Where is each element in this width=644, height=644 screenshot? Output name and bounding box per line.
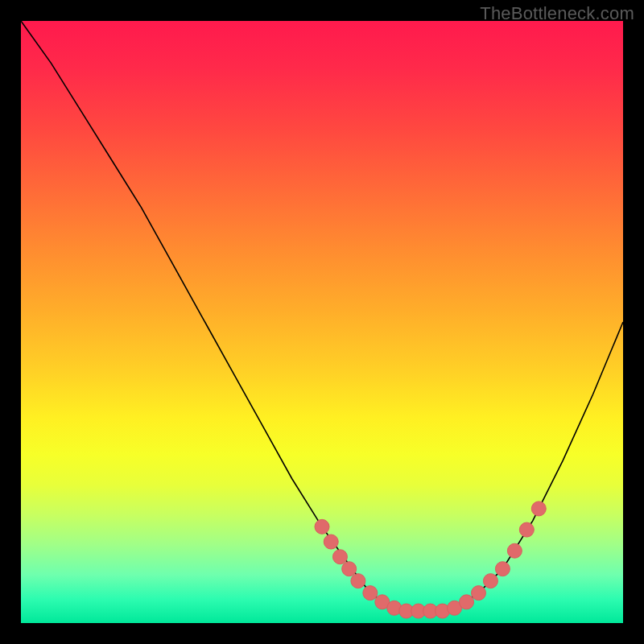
curve-marker (460, 595, 474, 609)
curve-marker (507, 543, 522, 558)
curve-marker (332, 550, 347, 564)
curve-marker (363, 586, 378, 601)
chart-frame: TheBottleneck.com (0, 0, 644, 644)
curve-marker (483, 574, 497, 588)
curve-marker (342, 562, 357, 576)
curve-marker (495, 562, 510, 576)
curve-marker (471, 586, 485, 601)
plot-area (21, 21, 623, 623)
curve-marker (315, 519, 329, 534)
watermark-text: TheBottleneck.com (480, 3, 634, 24)
curve-marker (531, 502, 546, 516)
curve-marker (351, 574, 365, 588)
curve-marker (324, 535, 338, 549)
chart-svg (21, 21, 623, 623)
curve-marker (519, 522, 534, 537)
curve-markers (315, 502, 546, 618)
